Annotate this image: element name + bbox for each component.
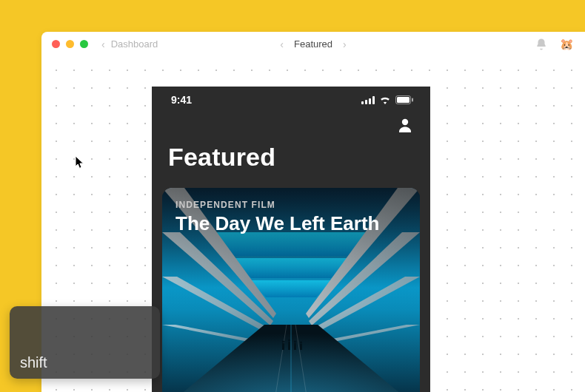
phone-status-bar: 9:41: [152, 87, 430, 113]
window-titlebar: ‹ Dashboard ‹ Featured › 🐹: [41, 32, 585, 57]
zoom-window-button[interactable]: [80, 40, 88, 48]
card-title: The Day We Left Earth: [176, 213, 407, 235]
close-window-button[interactable]: [52, 40, 60, 48]
key-indicator: shift: [10, 306, 160, 379]
svg-rect-1: [397, 97, 410, 103]
profile-icon[interactable]: [396, 116, 414, 137]
card-eyebrow: INDEPENDENT FILM: [176, 200, 407, 210]
phone-artboard[interactable]: 9:41 Featured: [152, 87, 430, 392]
notifications-icon[interactable]: [535, 38, 548, 51]
breadcrumb[interactable]: ‹ Dashboard: [101, 38, 158, 50]
phone-heading: Featured: [168, 143, 414, 172]
wifi-icon: [379, 95, 391, 104]
cellular-signal-icon: [361, 96, 375, 104]
featured-card[interactable]: INDEPENDENT FILM The Day We Left Earth: [162, 188, 420, 392]
next-page-button[interactable]: ›: [343, 39, 347, 50]
avatar[interactable]: 🐹: [558, 36, 575, 53]
battery-icon: [395, 95, 414, 104]
prev-page-button[interactable]: ‹: [280, 39, 284, 50]
key-indicator-label: shift: [20, 354, 47, 371]
traffic-lights: [52, 40, 88, 48]
avatar-emoji: 🐹: [560, 38, 574, 51]
breadcrumb-label: Dashboard: [111, 38, 158, 50]
minimize-window-button[interactable]: [66, 40, 74, 48]
chevron-left-icon: ‹: [101, 39, 105, 50]
svg-point-3: [402, 119, 408, 125]
svg-rect-2: [412, 98, 413, 102]
phone-header: Featured: [152, 113, 430, 183]
page-title: Featured: [294, 38, 332, 50]
page-title-nav: ‹ Featured ›: [280, 38, 346, 50]
status-time: 9:41: [171, 94, 192, 106]
